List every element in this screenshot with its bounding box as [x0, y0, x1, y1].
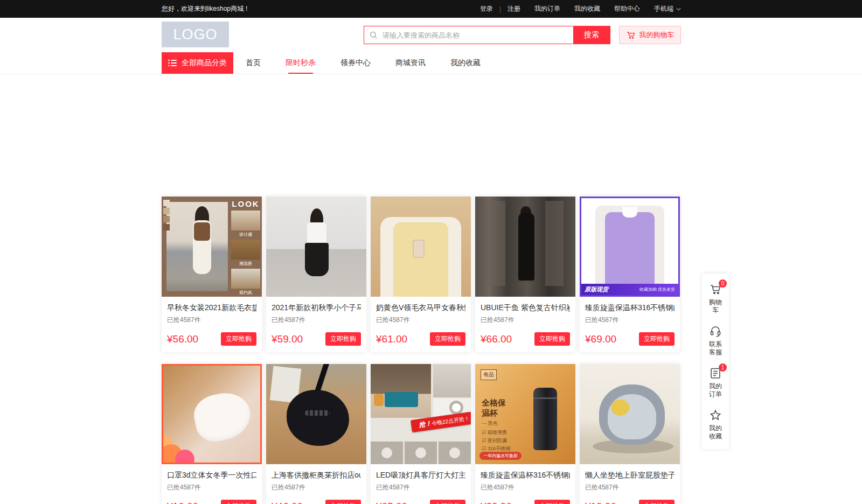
sidebar-cart[interactable]: 0 购物车 — [702, 278, 729, 320]
product-image[interactable]: 抢！今晚22点开抢！ — [371, 364, 471, 464]
product-price: ¥61.00 — [376, 333, 407, 345]
product-sold-count: 已抢4587件 — [481, 483, 570, 492]
buy-now-button[interactable]: 立即抢购 — [430, 332, 465, 346]
nav-label: 首页 — [246, 58, 261, 68]
product-image[interactable] — [266, 364, 366, 464]
product-title[interactable]: 臻质旋盖保温杯316不锈钢内胆... — [585, 303, 675, 313]
mobile-link[interactable]: 手机端 — [654, 4, 681, 13]
nav-label: 商城资讯 — [395, 58, 426, 68]
decor — [374, 394, 384, 406]
product-image[interactable] — [371, 197, 471, 297]
buy-now-button[interactable]: 立即抢购 — [534, 500, 570, 504]
help-center-link[interactable]: 帮助中心 — [614, 4, 640, 13]
feature: 316不锈钢 — [488, 446, 510, 451]
product-grid: LOOK 设计感 潮流搭 简约风 早秋冬女装2021新款毛衣盐系... 已抢45… — [162, 197, 681, 504]
my-favorites-link[interactable]: 我的收藏 — [574, 4, 600, 13]
buy-now-button[interactable]: 立即抢购 — [221, 500, 256, 504]
product-title[interactable]: 2021年新款初秋季小个子马甲... — [272, 303, 361, 313]
product-card[interactable]: 口罩3d立体女冬季一次性口罩 已抢4587件 ¥10.00 立即抢购 — [162, 364, 262, 504]
product-title[interactable]: 臻质旋盖保温杯316不锈钢内胆... — [481, 470, 570, 480]
product-image[interactable]: LOOK 设计感 潮流搭 简约风 — [162, 197, 262, 297]
product-price: ¥29.90 — [481, 501, 512, 504]
product-card[interactable]: LOOK 设计感 潮流搭 简约风 早秋冬女装2021新款毛衣盐系... 已抢45… — [162, 197, 262, 352]
nav-label: 领券中心 — [340, 58, 371, 68]
product-card[interactable]: UBUIE干鱼 紫色复古针织衫马... 已抢4587件 ¥66.00 立即抢购 — [475, 197, 575, 352]
product-sold-count: 已抢4587件 — [585, 483, 675, 492]
decor — [307, 222, 326, 245]
decor — [305, 243, 329, 276]
look-text: LOOK — [231, 199, 260, 208]
search-icon — [364, 26, 383, 44]
product-card[interactable]: 2021年新款初秋季小个子马甲... 已抢4587件 ¥59.00 立即抢购 — [266, 197, 366, 352]
sidebar-customer-service[interactable]: 联系客服 — [702, 320, 729, 362]
register-link[interactable]: 注册 — [508, 4, 520, 13]
my-cart-label: 我的购物车 — [639, 30, 675, 40]
product-card[interactable]: 懒人坐垫地上卧室屁股垫子办... 已抢4587件 ¥19.90 立即抢购 — [580, 364, 680, 504]
product-title[interactable]: LED吸顶灯具客厅灯大灯主卧... — [376, 470, 465, 480]
decor — [305, 410, 330, 416]
list-icon — [168, 59, 177, 67]
logo[interactable]: LOGO — [162, 22, 229, 47]
product-title[interactable]: UBUIE干鱼 紫色复古针织衫马... — [481, 303, 570, 313]
nav-item-home[interactable]: 首页 — [233, 52, 273, 74]
product-title[interactable]: 懒人坐垫地上卧室屁股垫子办... — [585, 470, 675, 480]
my-cart-button[interactable]: 我的购物车 — [619, 26, 681, 44]
decor — [194, 222, 210, 241]
product-card[interactable]: 上海客供撤柜奥莱折扣店outlets 已抢4587件 ¥46.00 立即抢购 — [266, 364, 366, 504]
product-card[interactable]: 原版现货 收藏加购 优先发货 臻质旋盖保温杯316不锈钢内胆... 已抢4587… — [580, 197, 680, 352]
buy-now-button[interactable]: 立即抢购 — [534, 332, 570, 346]
all-categories-label: 全部商品分类 — [182, 58, 227, 68]
topbar-links: 登录 | 注册 我的订单 我的收藏 帮助中心 手机端 — [480, 4, 681, 13]
product-image[interactable]: 原版现货 收藏加购 优先发货 — [580, 197, 680, 297]
product-title[interactable]: 早秋冬女装2021新款毛衣盐系... — [167, 303, 256, 313]
product-image[interactable] — [162, 364, 262, 464]
product-card[interactable]: 奶黄色V领毛衣马甲女春秋慵懒... 已抢4587件 ¥61.00 立即抢购 — [371, 197, 471, 352]
header: LOGO 搜索 我的购物车 全部商品分类 首页 限时秒杀 领券中心 商城资讯 — [0, 18, 862, 74]
product-image[interactable] — [266, 197, 366, 297]
login-link[interactable]: 登录 — [480, 4, 493, 13]
buy-now-button[interactable]: 立即抢购 — [325, 332, 361, 346]
product-price: ¥59.00 — [272, 333, 303, 345]
product-image[interactable] — [475, 197, 575, 297]
divider: | — [499, 5, 501, 13]
nav-item-coupon-center[interactable]: 领券中心 — [328, 52, 383, 74]
buy-now-button[interactable]: 立即抢购 — [639, 500, 675, 504]
product-sold-count: 已抢4587件 — [167, 483, 256, 492]
product-image[interactable] — [580, 364, 680, 464]
buy-now-button[interactable]: 立即抢购 — [430, 500, 465, 504]
product-card[interactable]: 有品 全格保温杯 — 黑色 ☑精致便携 ☑密封防漏 ☑316不锈钢 一年内漏水可… — [475, 364, 575, 504]
product-title[interactable]: 口罩3d立体女冬季一次性口罩 — [167, 470, 256, 480]
sidebar-my-orders[interactable]: 1 我的订单 — [702, 362, 729, 404]
buy-now-button[interactable]: 立即抢购 — [221, 332, 256, 346]
search-button[interactable]: 搜索 — [573, 26, 610, 44]
my-orders-link[interactable]: 我的订单 — [534, 4, 560, 13]
main-nav: 首页 限时秒杀 领券中心 商城资讯 我的收藏 — [233, 52, 493, 74]
sidebar-my-favorites[interactable]: 我的收藏 — [702, 404, 729, 446]
welcome-text: 您好，欢迎来到likeshop商城！ — [162, 4, 250, 13]
promo-banner: 原版现货 收藏加购 优先发货 — [581, 284, 678, 295]
nav-item-mall-news[interactable]: 商城资讯 — [383, 52, 438, 74]
product-image[interactable]: 有品 全格保温杯 — 黑色 ☑精致便携 ☑密封防漏 ☑316不锈钢 一年内漏水可… — [475, 364, 575, 464]
nav-item-flash-sale[interactable]: 限时秒杀 — [273, 52, 328, 74]
promo-banner-note: 收藏加购 优先发货 — [639, 286, 675, 292]
buy-now-button[interactable]: 立即抢购 — [639, 332, 675, 346]
product-title[interactable]: 上海客供撤柜奥莱折扣店outlets — [272, 470, 361, 480]
product-sold-count: 已抢4587件 — [272, 316, 361, 325]
buy-now-button[interactable]: 立即抢购 — [325, 500, 361, 504]
nav-item-my-favorites[interactable]: 我的收藏 — [438, 52, 493, 74]
nav-label: 限时秒杀 — [286, 58, 316, 68]
look-column: LOOK 设计感 潮流搭 简约风 — [231, 199, 260, 296]
decor — [385, 392, 418, 407]
decor — [175, 450, 194, 464]
decor — [190, 388, 255, 445]
feature: 精致便携 — [488, 430, 507, 435]
product-price: ¥56.00 — [167, 333, 198, 345]
promo-banner-text: 原版现货 — [585, 285, 608, 293]
product-title[interactable]: 奶黄色V领毛衣马甲女春秋慵懒... — [376, 303, 465, 313]
product-card[interactable]: 抢！今晚22点开抢！ LED吸顶灯具客厅灯大灯主卧... 已抢4587件 ¥65… — [371, 364, 471, 504]
all-categories-button[interactable]: 全部商品分类 — [162, 52, 233, 74]
look-tag: 潮流搭 — [231, 261, 260, 267]
decor — [518, 213, 534, 281]
search-input[interactable] — [383, 26, 573, 44]
product-price: ¥19.90 — [585, 501, 616, 504]
